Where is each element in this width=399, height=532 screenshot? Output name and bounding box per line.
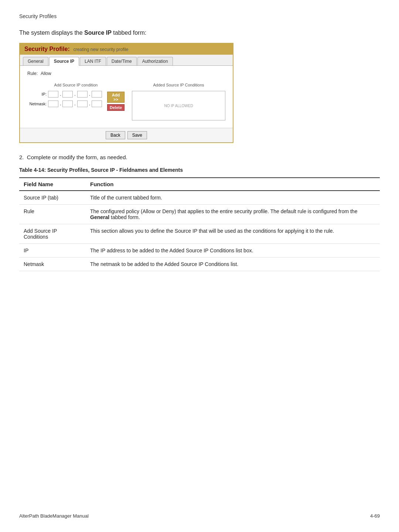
footer-right: 4-69 [370, 513, 380, 519]
rule-label: Rule: [27, 71, 38, 76]
ip-field-row: IP: . . . [27, 91, 102, 98]
add-conditions-label: Add Source IP condition [27, 83, 125, 87]
netmask-octet-2[interactable] [62, 100, 73, 107]
ip-octet-3[interactable] [77, 91, 88, 98]
table-cell-function: The IP address to be added to the Added … [86, 244, 380, 258]
tab-lan-itf[interactable]: LAN ITF [80, 57, 106, 65]
page-header: Security Profiles [19, 13, 57, 19]
table-cell-function: The configured policy (Allow or Deny) th… [86, 205, 380, 224]
tabs-bar: General Source IP LAN ITF Date/Time Auth… [20, 55, 233, 66]
added-conditions-section: Added Source IP Conditions NO IP ALLOWED [132, 83, 225, 120]
rule-row: Rule: Allow [27, 71, 225, 76]
form-header: Security Profile: creating new security … [20, 44, 233, 55]
col-header-function: Function [86, 178, 380, 191]
table-cell-function: Title of the current tabbed form. [86, 191, 380, 205]
table-row: IPThe IP address to be added to the Adde… [19, 244, 380, 258]
page-footer: AlterPath BladeManager Manual 4-69 [19, 513, 380, 519]
netmask-octet-4[interactable] [92, 100, 102, 107]
intro-text: The system displays the Source IP tabbed… [19, 30, 380, 36]
add-conditions-section: Add Source IP condition IP: . . [27, 83, 125, 120]
tab-datetime[interactable]: Date/Time [107, 57, 137, 65]
add-button[interactable]: Add >> [107, 92, 125, 103]
netmask-field-row: Netmask: . . . [27, 100, 102, 107]
rule-value: Allow [41, 71, 51, 76]
table-row: NetmaskThe netmask to be added to the Ad… [19, 258, 380, 271]
table-cell-field: Netmask [19, 258, 86, 271]
footer-left: AlterPath BladeManager Manual [19, 513, 89, 519]
ip-octet-1[interactable] [48, 91, 58, 98]
table-row: RuleThe configured policy (Allow or Deny… [19, 205, 380, 224]
table-cell-function: This section allows you to define the So… [86, 224, 380, 244]
table-cell-field: Add Source IPConditions [19, 224, 86, 244]
table-cell-field: Rule [19, 205, 86, 224]
table-cell-field: IP [19, 244, 86, 258]
tab-source-ip[interactable]: Source IP [49, 57, 79, 66]
table-cell-function: The netmask to be added to the Added Sou… [86, 258, 380, 271]
netmask-octet-3[interactable] [77, 100, 88, 107]
netmask-octet-1[interactable] [48, 100, 58, 107]
table-row: Add Source IPConditionsThis section allo… [19, 224, 380, 244]
action-buttons: Add >> Delete [107, 91, 125, 111]
added-conditions-label: Added Source IP Conditions [132, 83, 225, 87]
step-text: 2. Complete or modify the form, as neede… [19, 154, 380, 160]
delete-button[interactable]: Delete [107, 104, 125, 111]
field-function-table: Field Name Function Source IP (tab)Title… [19, 177, 380, 271]
security-profile-form: Security Profile: creating new security … [19, 43, 233, 143]
form-title: Security Profile: [24, 46, 70, 52]
form-subtitle: creating new security profile [74, 47, 129, 52]
save-button[interactable]: Save [127, 131, 147, 139]
tab-general[interactable]: General [23, 57, 48, 65]
table-cell-field: Source IP (tab) [19, 191, 86, 205]
netmask-label: Netmask: [27, 102, 47, 106]
col-header-field: Field Name [19, 178, 86, 191]
tab-authorization[interactable]: Authorization [137, 57, 173, 65]
form-footer: Back Save [20, 128, 233, 142]
ip-octet-4[interactable] [92, 91, 102, 98]
table-caption: Table 4-14: Security Profiles, Source IP… [19, 167, 380, 173]
conditions-section: Add Source IP condition IP: . . [27, 83, 225, 120]
form-body: Rule: Allow Add Source IP condition IP: [20, 66, 233, 128]
ip-label: IP: [27, 92, 47, 96]
table-row: Source IP (tab)Title of the current tabb… [19, 191, 380, 205]
added-conditions-box: NO IP ALLOWED [132, 91, 225, 120]
back-button[interactable]: Back [106, 131, 125, 139]
ip-octet-2[interactable] [62, 91, 73, 98]
